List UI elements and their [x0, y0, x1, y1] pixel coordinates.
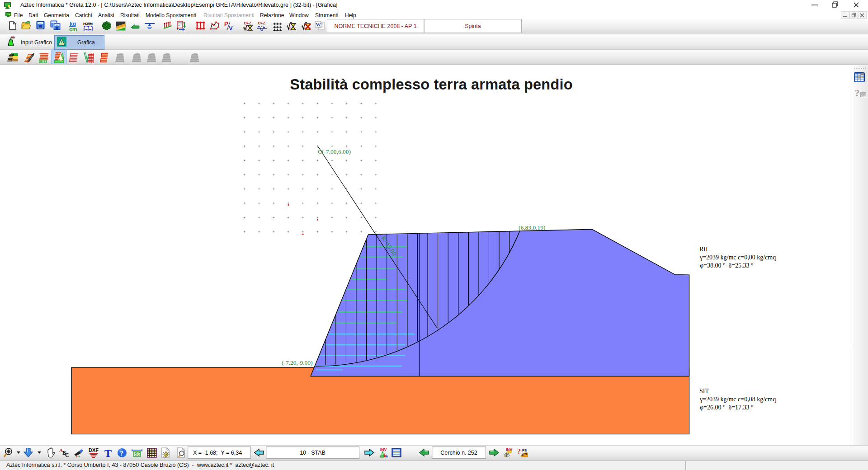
svg-text:SD: SD: [134, 451, 141, 456]
svg-text:RIL: RIL: [699, 246, 710, 253]
svg-text:(6.83,0.19): (6.83,0.19): [519, 224, 546, 231]
svg-text:cm: cm: [69, 26, 77, 31]
svg-text:C(-7.00,6.00): C(-7.00,6.00): [318, 148, 351, 155]
svg-text:(-7.20,-9.00): (-7.20,-9.00): [282, 359, 313, 366]
svg-text:7: 7: [245, 28, 247, 31]
svg-text:φ=26.00 ° δ=17.33 °: φ=26.00 ° δ=17.33 °: [700, 404, 754, 411]
svg-text:7: 7: [289, 26, 291, 30]
svg-text:C: C: [65, 452, 69, 458]
svg-text:INV: INV: [380, 447, 387, 452]
svg-text:FS: FS: [522, 448, 527, 452]
svg-text:7: 7: [304, 26, 306, 30]
svg-text:DXF: DXF: [89, 447, 99, 453]
svg-text:γ=2039 kg/mc c=0,00 kg/cmq: γ=2039 kg/mc c=0,00 kg/cmq: [699, 254, 776, 261]
svg-text:φ=38.00 ° δ=25.33 °: φ=38.00 ° δ=25.33 °: [700, 262, 754, 269]
svg-text:NORM: NORM: [83, 22, 93, 26]
svg-text:Stabilità complesso terra arma: Stabilità complesso terra armata pendio: [290, 76, 573, 93]
svg-text:V: V: [229, 25, 233, 31]
svg-text:?: ?: [855, 89, 859, 98]
svg-text:2: 2: [289, 22, 291, 26]
svg-text:+: +: [176, 27, 179, 31]
svg-text:W: W: [316, 22, 321, 27]
svg-text:2: 2: [245, 25, 247, 28]
svg-text:T: T: [104, 447, 112, 458]
svg-text:OFZ: OFZ: [244, 21, 251, 25]
svg-text:OFZ: OFZ: [258, 21, 265, 25]
svg-text:γ=2039 kg/mc c=0,08 kg/cmq: γ=2039 kg/mc c=0,08 kg/cmq: [699, 396, 776, 403]
svg-text:P: P: [224, 21, 228, 27]
svg-text:?: ?: [517, 447, 521, 455]
svg-text:?: ?: [120, 450, 124, 457]
svg-text:SIT: SIT: [699, 388, 709, 395]
